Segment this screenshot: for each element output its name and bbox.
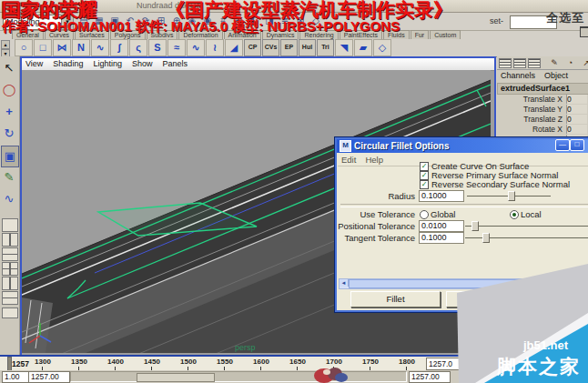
hull-button[interactable]: Hul: [299, 39, 316, 56]
square-tool-icon[interactable]: □: [34, 39, 52, 56]
shelf: ○ □ ⋈ N ∿ ʃ ς S ≈ ∿ ≀ ◢ CP CVs EP Hul Tr…: [13, 39, 588, 57]
panel-menu-lighting[interactable]: Lighting: [93, 58, 122, 70]
channelbox-layout-icon-2[interactable]: [513, 58, 526, 68]
use-tolerance-label: Use Tolerance: [338, 209, 415, 219]
select-tool-icon[interactable]: ↖: [1, 58, 17, 78]
insert-knot-icon[interactable]: ∿: [187, 39, 205, 56]
channelbox-menubar: Channels Object: [497, 70, 588, 81]
reverse-secondary-checkbox[interactable]: ✓: [420, 180, 429, 189]
channelbox-node-name[interactable]: extrudedSurface1: [497, 83, 588, 95]
radius-slider-handle[interactable]: [508, 191, 515, 201]
positional-tolerance-label: Positional Tolerance: [338, 221, 415, 231]
tick-label: 1700: [320, 358, 348, 366]
dialog-menu-edit[interactable]: Edit: [341, 154, 356, 166]
animation-start-field[interactable]: 1.00: [2, 371, 29, 383]
ep-curve-icon[interactable]: N: [72, 39, 90, 56]
playback-start-field[interactable]: 1257.00: [28, 371, 70, 383]
paint-select-tool-icon[interactable]: ✎: [1, 167, 17, 187]
scale-tool-icon[interactable]: ▣: [1, 146, 19, 167]
fillet-curve-icon[interactable]: ς: [129, 39, 147, 56]
channelbox-menu-channels[interactable]: Channels: [501, 70, 535, 81]
dialog-maya-icon: M: [340, 140, 351, 152]
panel-menubar: View Shading Lighting Show Panels: [22, 58, 494, 71]
channelbox-layout-icon-1[interactable]: [499, 58, 512, 68]
panel-menu-show[interactable]: Show: [132, 58, 153, 70]
maya-application-window: Nundraad dak Da Modeling ▾ ▤ ▦ ▣ ↶ ↷ ⊞ ⊕…: [0, 0, 588, 383]
channelbox-menu-object[interactable]: Object: [544, 70, 568, 81]
tolerance-local-radio[interactable]: [510, 210, 519, 219]
detach-curve-icon[interactable]: ≈: [167, 39, 186, 56]
tick-label: 1300: [29, 358, 56, 366]
tolerance-global-radio[interactable]: [420, 210, 429, 219]
layout-persp-graph-button[interactable]: [2, 291, 18, 305]
positional-tolerance-field[interactable]: 0.0100: [419, 220, 464, 232]
tangent-tolerance-slider-handle[interactable]: [482, 233, 490, 243]
reverse-primary-checkbox[interactable]: ✓: [420, 171, 429, 180]
channelbox-links-icon[interactable]: ↗: [583, 58, 588, 67]
range-slider-groove[interactable]: [70, 371, 407, 382]
cp-button[interactable]: CP: [244, 39, 261, 56]
channel-value[interactable]: 0: [566, 95, 587, 104]
channel-value[interactable]: 0: [566, 125, 587, 134]
attach-curve-icon[interactable]: S: [148, 39, 167, 56]
channel-value[interactable]: 0: [566, 115, 587, 124]
channel-row: Rotate X 0: [497, 125, 588, 134]
show-manipulator-tool-icon[interactable]: ∿: [1, 189, 17, 209]
positional-tolerance-slider[interactable]: [465, 226, 588, 227]
tab-custom[interactable]: Custom: [430, 30, 461, 39]
scrollbar-left-arrow-icon[interactable]: ◄: [340, 279, 349, 287]
playback-end-field[interactable]: 1257.00: [409, 371, 451, 383]
scrollbar-thumb[interactable]: [349, 279, 537, 288]
dialog-horizontal-scrollbar[interactable]: ◄: [339, 278, 588, 289]
pencil-curve-icon[interactable]: ⋈: [53, 39, 71, 56]
move-tool-icon[interactable]: +: [1, 102, 17, 122]
shelf-scroll-up-icon[interactable]: ▴: [1, 40, 10, 49]
offset-curve-icon[interactable]: ◢: [225, 39, 243, 56]
dialog-titlebar[interactable]: M Circular Fillet Options: [337, 139, 588, 153]
overlay-author-line: 作者: SOHOMAN001 软件: MAYA5.0 模型: NURBS+POL…: [2, 18, 400, 35]
cvs-button[interactable]: CVs: [262, 39, 279, 56]
layout-split-horizontal-button[interactable]: [2, 247, 18, 261]
panel-menu-view[interactable]: View: [25, 58, 43, 70]
range-slider-handle[interactable]: [137, 373, 215, 382]
panel-menu-shading[interactable]: Shading: [53, 58, 83, 70]
layout-four-pane-button[interactable]: [2, 262, 18, 276]
channelbox-speed-icon[interactable]: ◔: [568, 58, 573, 67]
extend-curve-icon[interactable]: ≀: [206, 39, 224, 56]
channel-label: Translate X: [523, 95, 563, 104]
channelbox-layout-icon-3[interactable]: [528, 58, 541, 68]
layout-two-pane-button[interactable]: [2, 233, 18, 247]
cut-curve-icon[interactable]: ◥: [335, 39, 353, 56]
rebuild-curve-icon[interactable]: ◇: [373, 39, 391, 56]
create-curve-checkbox[interactable]: ✓: [420, 162, 429, 171]
dialog-menu-help[interactable]: Help: [365, 154, 383, 166]
layout-persp-outliner-button[interactable]: [2, 277, 18, 290]
radius-label: Radius: [338, 191, 415, 201]
layout-single-pane-button[interactable]: [2, 218, 18, 232]
channel-value[interactable]: 0: [566, 105, 587, 114]
camera-label-text: persp: [235, 343, 256, 352]
arc-tool-icon[interactable]: ʃ: [110, 39, 128, 56]
lasso-tool-icon[interactable]: ◯: [1, 80, 17, 100]
apply-button-partially-covered[interactable]: [446, 291, 536, 307]
tab-fur[interactable]: Fur: [411, 30, 430, 39]
layout-more-button[interactable]: [2, 307, 18, 318]
dialog-minimize-button[interactable]: —: [555, 139, 570, 151]
rotate-tool-icon[interactable]: ↻: [1, 124, 17, 144]
channelbox-manip-icon[interactable]: ✎: [551, 58, 558, 67]
cv-curve-icon[interactable]: ∿: [91, 39, 109, 56]
dialog-maximize-button[interactable]: □: [570, 139, 584, 151]
tangent-tolerance-field[interactable]: 0.1000: [419, 232, 464, 244]
trash-icon[interactable]: [580, 26, 588, 37]
tick-label: 1350: [66, 358, 93, 366]
smooth-curve-icon[interactable]: ▰: [354, 39, 372, 56]
panel-menu-panels[interactable]: Panels: [162, 58, 188, 70]
current-time-field[interactable]: 1257.0: [426, 358, 468, 370]
positional-tolerance-slider-handle[interactable]: [471, 221, 479, 231]
timeline-sticker-art: [311, 366, 351, 383]
circle-tool-icon[interactable]: ○: [15, 39, 33, 56]
fillet-button[interactable]: Fillet: [350, 291, 441, 307]
ep-button[interactable]: EP: [280, 39, 298, 56]
radius-field[interactable]: 0.1000: [419, 190, 464, 202]
tri-button[interactable]: Tri: [317, 39, 334, 56]
